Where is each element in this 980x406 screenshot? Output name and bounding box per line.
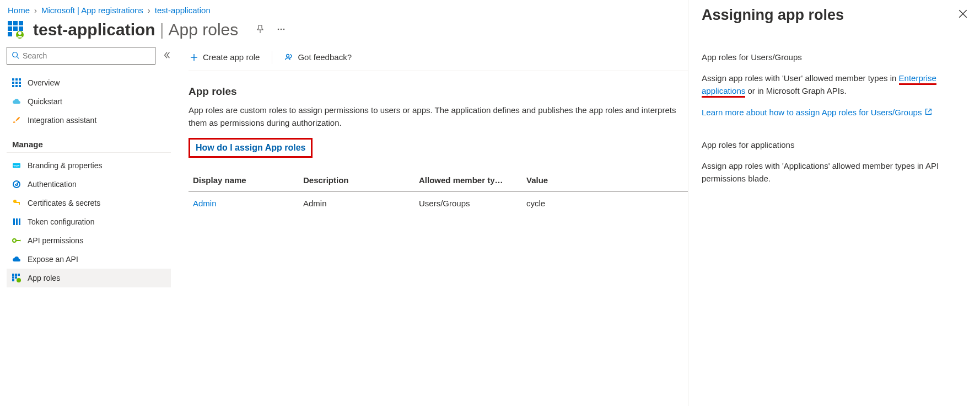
svg-rect-16	[19, 78, 21, 81]
expose-api-icon	[12, 255, 21, 264]
panel-subtitle-applications: App roles for applications	[702, 140, 967, 149]
row-description: Admin	[303, 199, 419, 208]
sidebar-item-label: API permissions	[28, 236, 83, 245]
chevron-right-icon: ›	[148, 6, 150, 15]
feedback-icon	[284, 53, 293, 62]
panel-text-users-groups: Assign app roles with 'User' allowed mem…	[702, 72, 967, 98]
svg-rect-39	[15, 276, 17, 279]
svg-rect-5	[19, 26, 23, 31]
svg-rect-4	[13, 26, 18, 31]
svg-rect-31	[19, 218, 20, 225]
svg-rect-1	[13, 21, 18, 25]
feedback-label: Got feedback?	[298, 52, 352, 62]
sidebar-item-token-configuration[interactable]: Token configuration	[7, 212, 171, 231]
app-roles-icon	[12, 274, 21, 282]
sidebar-item-label: Authentication	[28, 180, 77, 189]
breadcrumb-home[interactable]: Home	[8, 6, 30, 15]
row-value: cycle	[526, 199, 576, 208]
sidebar-item-api-permissions[interactable]: API permissions	[7, 231, 171, 250]
svg-marker-34	[20, 239, 21, 242]
svg-rect-20	[12, 85, 14, 87]
svg-point-11	[283, 28, 285, 30]
svg-point-9	[278, 28, 279, 30]
sidebar-item-label: Integration assistant	[28, 116, 96, 125]
more-button[interactable]	[274, 23, 288, 38]
panel-title: Assigning app roles	[702, 7, 967, 24]
svg-rect-30	[16, 218, 18, 225]
sidebar-item-authentication[interactable]: Authentication	[7, 175, 171, 194]
svg-rect-29	[13, 218, 15, 225]
svg-rect-17	[12, 82, 14, 84]
col-display-name[interactable]: Display name	[193, 175, 303, 185]
section-description: App roles are custom roles to assign per…	[189, 104, 688, 129]
svg-rect-28	[19, 203, 20, 205]
breadcrumb-current[interactable]: test-application	[155, 6, 211, 15]
svg-text:www: www	[14, 164, 20, 167]
row-display-name[interactable]: Admin	[193, 199, 217, 208]
svg-rect-15	[15, 78, 18, 81]
col-description[interactable]: Description	[303, 175, 419, 185]
svg-rect-22	[19, 85, 21, 87]
toolbar: Create app role Got feedback?	[189, 47, 688, 71]
learn-more-link[interactable]: Learn more about how to assign App roles…	[702, 108, 932, 117]
svg-rect-36	[15, 274, 17, 276]
search-input[interactable]	[23, 51, 150, 60]
branding-icon: www	[12, 161, 21, 170]
toolbar-separator	[272, 51, 272, 64]
svg-point-44	[287, 54, 289, 57]
svg-point-12	[13, 52, 18, 57]
table-row[interactable]: Admin Admin Users/Groups cycle	[189, 192, 688, 215]
sidebar-item-app-roles[interactable]: App roles	[7, 269, 171, 287]
api-permissions-icon	[12, 236, 21, 245]
breadcrumb-app-registrations[interactable]: Microsoft | App registrations	[41, 6, 143, 15]
row-allowed-member-types: Users/Groups	[419, 199, 526, 208]
sidebar-item-integration-assistant[interactable]: Integration assistant	[7, 111, 171, 130]
breadcrumb: Home › Microsoft | App registrations › t…	[7, 3, 688, 19]
token-icon	[12, 217, 21, 226]
svg-rect-33	[15, 240, 20, 241]
create-app-role-label: Create app role	[203, 52, 260, 62]
create-app-role-button[interactable]: Create app role	[189, 50, 261, 64]
svg-rect-35	[12, 274, 14, 276]
panel-subtitle-users-groups: App roles for Users/Groups	[702, 52, 967, 62]
svg-rect-27	[15, 202, 20, 203]
col-allowed-member-types[interactable]: Allowed member ty…	[419, 175, 526, 185]
sidebar-item-overview[interactable]: Overview	[7, 73, 171, 92]
svg-rect-6	[8, 32, 12, 36]
svg-rect-2	[19, 21, 23, 25]
key-icon	[12, 199, 21, 207]
cloud-icon	[12, 97, 21, 106]
sidebar-item-label: Expose an API	[28, 255, 78, 264]
sidebar-item-branding[interactable]: www Branding & properties	[7, 156, 171, 175]
svg-rect-37	[18, 274, 20, 276]
grid-icon	[12, 78, 21, 87]
sidebar-item-label: Branding & properties	[28, 161, 102, 170]
sidebar-item-label: Overview	[28, 78, 60, 87]
svg-rect-40	[12, 279, 14, 281]
side-panel: Assigning app roles App roles for Users/…	[688, 0, 980, 406]
col-value[interactable]: Value	[526, 175, 576, 185]
sidebar-item-expose-api[interactable]: Expose an API	[7, 250, 171, 269]
svg-rect-38	[12, 276, 14, 279]
svg-point-41	[17, 278, 21, 282]
how-to-assign-link[interactable]: How do I assign App roles	[189, 138, 313, 158]
page-title-row: test-application | App roles	[7, 19, 688, 47]
sidebar-item-certificates-secrets[interactable]: Certificates & secrets	[7, 194, 171, 212]
feedback-button[interactable]: Got feedback?	[283, 50, 353, 64]
search-icon	[12, 51, 19, 61]
sidebar-item-quickstart[interactable]: Quickstart	[7, 92, 171, 111]
svg-line-13	[17, 56, 19, 58]
svg-rect-14	[12, 78, 14, 81]
collapse-nav-button[interactable]	[163, 51, 171, 61]
external-link-icon	[925, 108, 932, 117]
svg-rect-3	[8, 26, 12, 31]
close-panel-button[interactable]	[958, 9, 968, 20]
pin-button[interactable]	[254, 23, 267, 38]
search-box[interactable]	[7, 47, 155, 65]
sidebar-item-label: Quickstart	[28, 97, 62, 106]
section-heading: App roles	[189, 86, 688, 98]
sidebar-item-label: App roles	[28, 274, 60, 282]
svg-point-8	[18, 31, 21, 35]
sidebar-item-label: Token configuration	[28, 217, 94, 226]
page-subtitle: App roles	[169, 20, 239, 39]
